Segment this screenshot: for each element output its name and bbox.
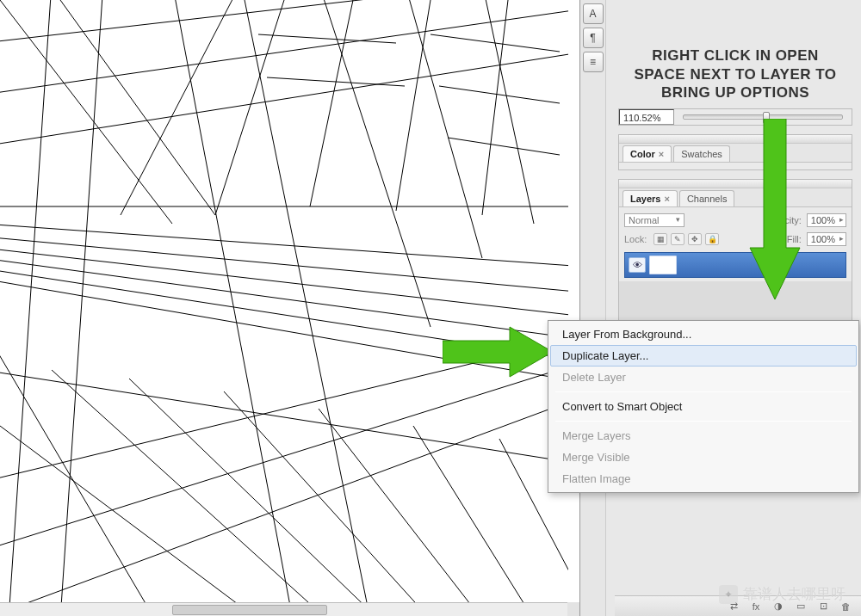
menu-item[interactable]: Duplicate Layer... — [550, 345, 857, 367]
zoom-slider-knob[interactable] — [763, 112, 770, 124]
line-art — [0, 0, 568, 602]
document-canvas[interactable] — [0, 0, 568, 602]
svg-line-21 — [215, 0, 284, 215]
svg-line-0 — [0, 0, 568, 43]
layer-row-selected[interactable]: 👁 — [624, 252, 846, 278]
tab-channels[interactable]: Channels — [679, 190, 734, 206]
paragraph-tool-icon[interactable]: ¶ — [583, 28, 604, 48]
svg-line-17 — [482, 0, 534, 224]
menu-separator — [555, 421, 852, 422]
svg-line-28 — [224, 391, 430, 602]
panel-titlebar[interactable] — [619, 135, 852, 144]
lock-fill-row: Lock: ▦ ✎ ✥ 🔒 Fill: 100% — [624, 230, 846, 249]
horizontal-scrollbar[interactable] — [0, 602, 568, 616]
visibility-eye-icon[interactable]: 👁 — [629, 257, 646, 273]
svg-line-25 — [0, 413, 258, 602]
watermark: ✦ 靠谱人去哪里呀 — [719, 584, 846, 604]
svg-line-6 — [0, 248, 568, 317]
svg-line-16 — [405, 0, 482, 258]
scroll-corner — [567, 602, 579, 616]
svg-line-38 — [430, 34, 560, 52]
menu-item[interactable]: Layer From Background... — [550, 323, 857, 345]
navigator-panel: RIGHT CLICK IN OPEN SPACE NEXT TO LAYER … — [618, 0, 852, 103]
lock-icons: ▦ ✎ ✥ 🔒 — [653, 233, 719, 245]
menu-item: Delete Layer — [550, 367, 857, 388]
blend-opacity-row: Normal Opacity: 100% — [624, 211, 846, 230]
svg-line-10 — [0, 370, 568, 465]
layers-panel-tabs: Layers× Channels — [619, 188, 852, 207]
color-panel-body — [619, 163, 852, 169]
svg-line-37 — [267, 77, 405, 86]
color-panel-tabs: Color× Swatches — [619, 144, 852, 163]
menu-item: Merge Visible — [550, 447, 857, 468]
zoom-value-input[interactable]: 110.52% — [619, 109, 674, 125]
svg-line-14 — [241, 0, 370, 602]
svg-line-40 — [448, 138, 560, 155]
tab-color[interactable]: Color× — [623, 145, 672, 162]
blend-mode-select[interactable]: Normal — [624, 213, 684, 227]
svg-line-15 — [319, 0, 430, 327]
fill-input[interactable]: 100% — [807, 232, 846, 246]
instruction-line: SPACE NEXT TO LAYER TO — [634, 66, 836, 83]
svg-line-34 — [0, 353, 517, 482]
close-icon[interactable]: × — [659, 149, 664, 159]
wechat-icon: ✦ — [719, 585, 738, 604]
svg-line-18 — [121, 0, 241, 215]
canvas-area — [0, 0, 580, 616]
tab-label: Color — [630, 149, 655, 159]
scrollbar-thumb[interactable] — [172, 605, 327, 615]
layer-context-menu: Layer From Background...Duplicate Layer.… — [548, 320, 859, 493]
zoom-slider[interactable] — [683, 114, 843, 120]
svg-line-24 — [482, 0, 508, 215]
menu-item: Flatten Image — [550, 468, 857, 490]
zoom-bar: 110.52% — [618, 108, 852, 126]
svg-line-32 — [0, 396, 568, 602]
layers-panel-body: Normal Opacity: 100% Lock: ▦ ✎ ✥ 🔒 Fill: — [619, 207, 852, 281]
color-panel: Color× Swatches — [618, 134, 852, 170]
instruction-line: RIGHT CLICK IN OPEN — [652, 47, 819, 64]
close-icon[interactable]: × — [664, 194, 669, 204]
panel-stack: RIGHT CLICK IN OPEN SPACE NEXT TO LAYER … — [606, 0, 861, 616]
menu-item: Merge Layers — [550, 425, 857, 447]
right-column: A ¶ ≡ RIGHT CLICK IN OPEN SPACE NEXT TO … — [580, 0, 861, 616]
tab-label: Layers — [630, 194, 660, 204]
svg-line-19 — [0, 0, 172, 224]
lock-pixels-icon[interactable]: ✎ — [671, 233, 684, 245]
app-root: A ¶ ≡ RIGHT CLICK IN OPEN SPACE NEXT TO … — [0, 0, 861, 616]
watermark-text: 靠谱人去哪里呀 — [743, 584, 846, 604]
layer-thumbnail[interactable] — [649, 256, 677, 274]
svg-line-2 — [0, 52, 568, 146]
panel-collapse-icon[interactable]: ≡ — [583, 52, 604, 72]
instruction-line: BRING UP OPTIONS — [661, 84, 809, 101]
lock-position-icon[interactable]: ✥ — [688, 233, 702, 245]
tab-layers[interactable]: Layers× — [623, 190, 678, 206]
svg-line-33 — [0, 361, 568, 551]
lock-label: Lock: — [624, 234, 647, 244]
opacity-label: Opacity: — [767, 215, 802, 225]
tool-strip: A ¶ ≡ — [580, 0, 606, 616]
lock-transparency-icon[interactable]: ▦ — [653, 233, 667, 245]
svg-line-12 — [60, 0, 103, 602]
instruction-text: RIGHT CLICK IN OPEN SPACE NEXT TO LAYER … — [622, 46, 849, 102]
panel-titlebar[interactable] — [619, 180, 852, 188]
svg-line-7 — [0, 258, 568, 340]
svg-line-13 — [172, 0, 293, 602]
svg-line-30 — [413, 426, 534, 602]
svg-line-39 — [439, 86, 560, 103]
opacity-input[interactable]: 100% — [807, 213, 846, 227]
type-tool-icon[interactable]: A — [583, 3, 604, 24]
svg-line-1 — [0, 9, 568, 95]
lock-all-icon[interactable]: 🔒 — [705, 233, 719, 245]
svg-line-9 — [0, 279, 568, 383]
fill-label: Fill: — [787, 234, 802, 244]
menu-item[interactable]: Convert to Smart Object — [550, 396, 857, 417]
tab-swatches[interactable]: Swatches — [673, 145, 730, 162]
svg-line-23 — [396, 0, 430, 211]
svg-line-22 — [310, 0, 353, 206]
menu-separator — [555, 391, 852, 392]
